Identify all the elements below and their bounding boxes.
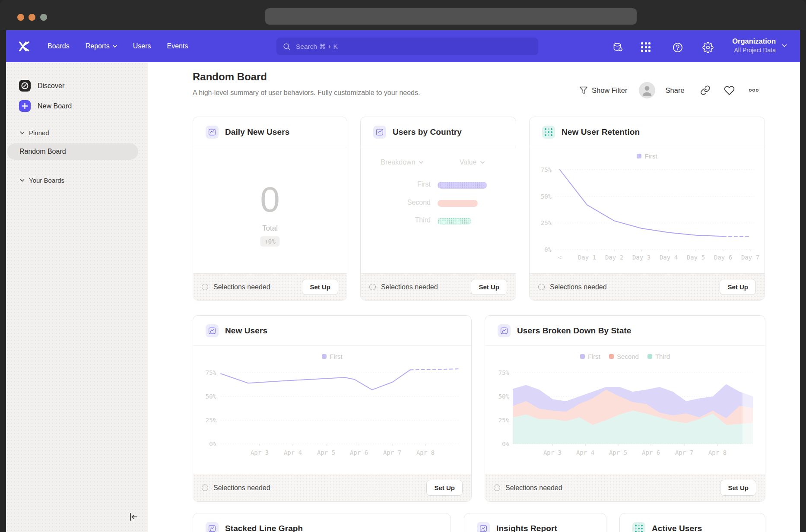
set-up-button[interactable]: Set Up xyxy=(302,279,338,295)
status-circle-icon xyxy=(202,484,208,491)
bar xyxy=(438,182,487,189)
status-circle-icon xyxy=(202,284,208,290)
sidebar: Discover New Board Pinned Random Board Y… xyxy=(6,62,148,532)
chevron-down-icon xyxy=(20,179,25,182)
settings-gear-icon[interactable] xyxy=(702,42,714,53)
set-up-button[interactable]: Set Up xyxy=(720,279,756,295)
search-bar[interactable] xyxy=(276,38,538,55)
share-button[interactable]: Share xyxy=(666,86,685,95)
search-input[interactable] xyxy=(295,42,532,51)
chevron-down-icon xyxy=(113,45,117,48)
svg-text:Apr 5: Apr 5 xyxy=(609,449,627,456)
mixpanel-logo-icon[interactable] xyxy=(18,41,30,51)
status-circle-icon xyxy=(369,284,376,290)
window-close-button[interactable] xyxy=(17,14,24,21)
card-title: Users by Country xyxy=(393,127,462,137)
set-up-button[interactable]: Set Up xyxy=(720,480,756,496)
show-filter-label: Show Filter xyxy=(592,86,628,95)
org-switcher[interactable]: Organization All Project Data xyxy=(732,36,776,54)
card-title: Stacked Line Graph xyxy=(225,524,303,532)
window-chrome xyxy=(0,0,806,30)
svg-text:Apr 8: Apr 8 xyxy=(708,449,727,456)
address-bar[interactable] xyxy=(265,8,637,25)
sidebar-item-discover[interactable]: Discover xyxy=(19,80,64,92)
svg-text:75%: 75% xyxy=(206,369,217,376)
nav-item-reports[interactable]: Reports xyxy=(86,42,117,50)
card-footer: Selections needed Set Up xyxy=(193,474,471,501)
dots-grid xyxy=(545,128,552,136)
board-content: Random Board A high-level summary of use… xyxy=(148,62,800,532)
svg-text:Apr 6: Apr 6 xyxy=(642,449,660,456)
line-chart-icon xyxy=(206,126,219,139)
filter-funnel-icon xyxy=(579,86,588,95)
window-minimize-button[interactable] xyxy=(29,14,35,21)
delta-badge: ↑0% xyxy=(260,236,279,247)
set-up-button[interactable]: Set Up xyxy=(426,480,463,496)
status-circle-icon xyxy=(538,284,545,290)
search-icon xyxy=(282,42,291,51)
sidebar-item-label: New Board xyxy=(38,102,72,110)
breakdown-dropdown[interactable]: Breakdown xyxy=(381,158,423,166)
dropdown-label: Breakdown xyxy=(381,158,415,166)
svg-text:<: < xyxy=(558,254,562,261)
card-title: Active Users xyxy=(652,524,702,532)
dots-grid xyxy=(635,525,643,532)
line-chart-icon xyxy=(206,522,219,532)
copy-link-icon[interactable] xyxy=(700,85,711,95)
card-title: New User Retention xyxy=(562,127,640,137)
window-zoom-button[interactable] xyxy=(40,14,47,21)
line-chart-icon xyxy=(498,324,511,337)
more-options-icon[interactable] xyxy=(748,85,759,96)
status-text: Selections needed xyxy=(213,283,270,291)
svg-text:75%: 75% xyxy=(541,166,552,173)
nav-item-boards[interactable]: Boards xyxy=(48,42,70,50)
card-daily-new-users: Daily New Users 0 Total ↑0% Selections n… xyxy=(193,117,347,301)
value-dropdown[interactable]: Value xyxy=(460,158,485,166)
card-title: Insights Report xyxy=(496,524,557,532)
card-users-by-country: Users by Country Breakdown Value FirstSe… xyxy=(360,117,516,301)
set-up-button[interactable]: Set Up xyxy=(471,279,507,295)
page-title: Random Board xyxy=(193,71,267,83)
svg-text:Apr 7: Apr 7 xyxy=(383,449,401,456)
svg-text:50%: 50% xyxy=(498,393,510,400)
collapse-sidebar-icon[interactable] xyxy=(128,511,139,522)
bar xyxy=(438,200,478,207)
favorite-heart-icon[interactable] xyxy=(724,85,735,96)
sidebar-section-your-boards[interactable]: Your Boards xyxy=(20,177,64,184)
sidebar-item-new-board[interactable]: New Board xyxy=(19,100,72,112)
show-filter-button[interactable]: Show Filter xyxy=(579,86,628,95)
discover-compass-icon xyxy=(19,80,31,92)
bar-label: First xyxy=(361,180,431,188)
data-management-icon[interactable] xyxy=(612,42,624,53)
share-label: Share xyxy=(666,86,685,95)
svg-text:Apr 4: Apr 4 xyxy=(576,449,594,456)
status-text: Selections needed xyxy=(381,283,438,291)
nav-item-users[interactable]: Users xyxy=(133,42,151,50)
svg-text:Apr 3: Apr 3 xyxy=(543,449,562,456)
org-scope: All Project Data xyxy=(732,46,776,54)
sidebar-item-random-board[interactable]: Random Board xyxy=(7,143,138,160)
status-text: Selections needed xyxy=(213,484,270,492)
card-header: Stacked Line Graph xyxy=(193,513,451,532)
svg-text:0%: 0% xyxy=(544,246,552,253)
bar-label: Third xyxy=(361,216,431,224)
sidebar-section-pinned[interactable]: Pinned xyxy=(20,129,49,136)
status-circle-icon xyxy=(494,484,500,491)
org-name: Organization xyxy=(732,36,776,46)
svg-text:Day 1: Day 1 xyxy=(578,254,596,261)
card-new-users: New Users First 75%50%25%0%Apr 3Apr 4Apr… xyxy=(193,315,472,502)
card-footer: Selections needed Set Up xyxy=(193,273,347,300)
bar xyxy=(438,218,471,225)
help-icon[interactable] xyxy=(672,42,683,53)
avatar[interactable] xyxy=(639,82,655,98)
card-insights-report: Insights Report xyxy=(464,513,606,532)
svg-text:Day 2: Day 2 xyxy=(605,254,623,261)
card-stacked-line-graph: Stacked Line Graph xyxy=(193,513,451,532)
svg-text:50%: 50% xyxy=(206,393,217,400)
nav-item-events[interactable]: Events xyxy=(167,42,188,50)
apps-grid-icon[interactable] xyxy=(641,42,652,53)
nav-item-label: Events xyxy=(167,42,188,50)
line-chart-icon xyxy=(477,522,490,532)
card-footer: Selections needed Set Up xyxy=(485,474,765,501)
section-label: Your Boards xyxy=(29,177,64,184)
